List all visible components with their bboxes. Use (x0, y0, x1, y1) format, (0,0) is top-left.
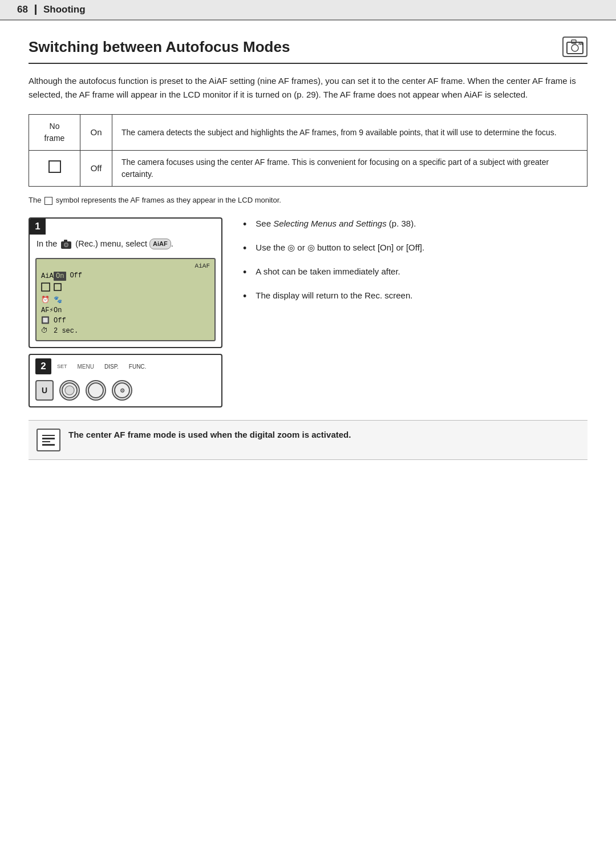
rec-camera-icon (60, 239, 72, 249)
intro-text: Although the autofocus function is prese… (29, 74, 587, 102)
table-row: No frame On The camera detects the subje… (29, 115, 587, 151)
bullet-text-4: The display will return to the Rec. scre… (256, 289, 412, 302)
table-cell-mode-2: Off (80, 151, 112, 187)
note-line-1 (42, 435, 55, 437)
step2-number: 2 (35, 358, 51, 374)
menu-circle-icon (88, 382, 104, 398)
u-button[interactable]: U (35, 380, 54, 401)
step2-buttons: U ⚙ (35, 378, 216, 403)
lcd-row-val-4: On (54, 306, 62, 314)
header-separator (35, 5, 37, 15)
note-line-4 (42, 444, 55, 446)
step1-number: 1 (30, 219, 46, 235)
title-row: Switching between Autofocus Modes M (29, 37, 587, 64)
bullet-item-3: A shot can be taken immediately after. (243, 265, 587, 280)
svg-point-7 (65, 243, 68, 246)
bullet-text-1: See Selecting Menus and Settings (p. 38)… (256, 217, 416, 231)
note-box-text: The center AF frame mode is used when th… (68, 429, 351, 442)
lcd-row-1: AiAF On Off (41, 272, 210, 281)
bullet-item-1: See Selecting Menus and Settings (p. 38)… (243, 217, 587, 232)
bullet-item-4: The display will return to the Rec. scre… (243, 289, 587, 304)
lcd-row-4: AF⚡ On (41, 306, 210, 314)
lcd-row-2 (41, 282, 210, 294)
svg-rect-8 (42, 283, 50, 291)
svg-point-2 (572, 45, 578, 51)
lcd-top-label: AiAF (195, 263, 210, 269)
step2-box: 2 SET MENU DISP. FUNC. U (29, 354, 222, 407)
svg-rect-9 (54, 284, 61, 290)
note-line-3 (42, 441, 50, 443)
table-row: Off The camera focuses using the center … (29, 151, 587, 187)
af-table: No frame On The camera detects the subje… (29, 114, 587, 187)
page-number: 68 (17, 4, 28, 15)
lcd-row-icon-6: ⏱ (41, 326, 54, 335)
lcd-row-square (54, 283, 62, 293)
lcd-small-square (54, 283, 62, 291)
table-cell-icon-2 (29, 151, 80, 187)
lcd-on-highlight: On (54, 272, 66, 281)
camera-mode-badge: M (562, 37, 587, 57)
symbol-note: The symbol represents the AF frames as t… (29, 196, 587, 205)
lcd-top-bar: AiAF (41, 263, 210, 269)
set-label: SET (57, 364, 67, 370)
lcd-row-3: ⏰ 🐾 (41, 296, 210, 304)
italic-text-1: Selecting Menus and Settings (273, 219, 386, 228)
lcd-square-icon (41, 282, 50, 292)
bullet-item-2: Use the ◎ or ◎ button to select [On] or … (243, 241, 587, 256)
note-text-label: The symbol represents the AF frames as t… (29, 196, 281, 205)
steps-section: 1 In the (Rec.) menu, select AiAF. AiAF (29, 217, 587, 408)
lcd-off-val: Off (70, 272, 82, 281)
menu-button[interactable] (86, 380, 106, 401)
lcd-row-icon-5: 🔲 (41, 316, 54, 325)
disp-label: DISP. (104, 364, 119, 370)
svg-text:⚙: ⚙ (120, 387, 125, 394)
note-line-2 (42, 438, 55, 439)
bullet-text-2: Use the ◎ or ◎ button to select [On] or … (256, 241, 424, 255)
bullet-list: See Selecting Menus and Settings (p. 38)… (243, 217, 587, 304)
svg-rect-5 (64, 240, 67, 242)
lcd-row-icon-4: AF⚡ (41, 306, 54, 314)
steps-left: 1 In the (Rec.) menu, select AiAF. AiAF (29, 217, 222, 408)
svg-point-11 (65, 386, 74, 395)
table-cell-desc-1: The camera detects the subject and highl… (112, 115, 587, 151)
set-button[interactable] (59, 380, 80, 401)
lcd-row-icon-1: AiAF (41, 272, 54, 280)
set-circle-icon (62, 382, 78, 398)
func-button[interactable]: ⚙ (112, 380, 132, 401)
lcd-row-icon-2 (41, 282, 54, 294)
svg-text:M: M (578, 41, 583, 46)
lcd-row-icon-3: ⏰ (41, 296, 54, 304)
lcd-row-val-3: 🐾 (54, 296, 62, 304)
aiaf-badge: AiAF (149, 239, 171, 249)
lcd-row-val-6: 2 sec. (54, 327, 78, 335)
small-square-icon (44, 197, 52, 205)
lcd-row-6: ⏱ 2 sec. (41, 326, 210, 335)
note-icon (37, 429, 60, 451)
header-section: Shooting (43, 4, 86, 15)
steps-right: See Selecting Menus and Settings (p. 38)… (243, 217, 587, 408)
step2-labels: SET MENU DISP. FUNC. (56, 364, 146, 370)
svg-point-12 (88, 383, 103, 398)
page-content: Switching between Autofocus Modes M Alth… (0, 21, 616, 483)
bullet-text-3: A shot can be taken immediately after. (256, 265, 400, 278)
camera-m-icon: M (566, 39, 584, 55)
note-box: The center AF frame mode is used when th… (29, 420, 587, 460)
step1-instruction: In the (Rec.) menu, select AiAF. (30, 235, 221, 255)
func-label: FUNC. (129, 364, 147, 370)
page-title: Switching between Autofocus Modes (29, 38, 290, 56)
page-header: 68 Shooting (0, 0, 616, 21)
lcd-row-val-5: Off (54, 317, 66, 325)
table-cell-mode-1: On (80, 115, 112, 151)
lcd-row-5: 🔲 Off (41, 316, 210, 325)
lcd-screen: AiAF AiAF On Off (35, 258, 216, 341)
table-cell-desc-2: The camera focuses using the center AF f… (112, 151, 587, 187)
menu-label: MENU (78, 364, 94, 370)
func-circle-icon: ⚙ (114, 382, 130, 398)
step1-box: 1 In the (Rec.) menu, select AiAF. AiAF (29, 217, 222, 349)
lcd-row-vals-1: On Off (54, 272, 82, 281)
square-symbol (48, 160, 61, 173)
step2-header-row: 2 SET MENU DISP. FUNC. (35, 358, 216, 374)
note-icon-lines (40, 433, 56, 447)
table-cell-icon-1: No frame (29, 115, 80, 151)
